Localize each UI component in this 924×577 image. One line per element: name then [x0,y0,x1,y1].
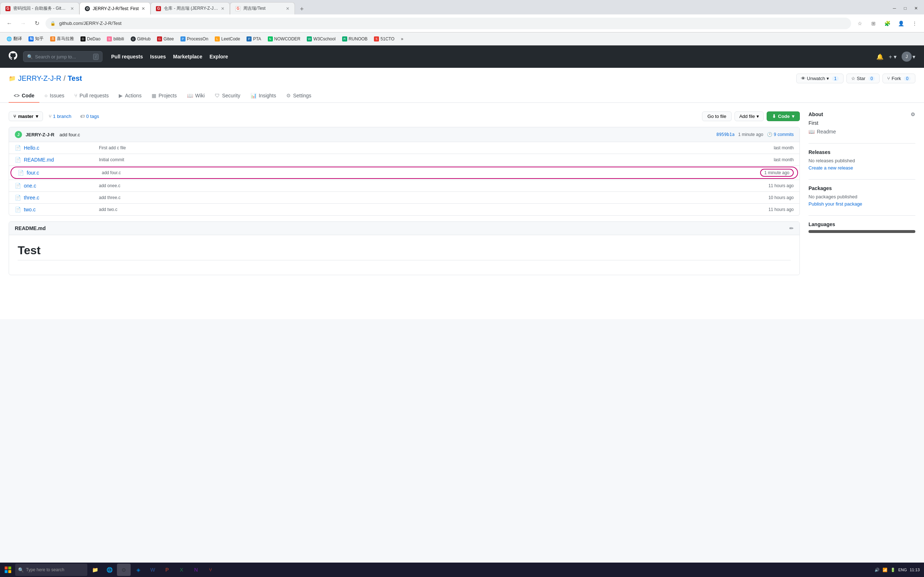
bookmark-zhihu[interactable]: 知 知乎 [26,34,47,43]
file-row-four-c[interactable]: 📄 four.c add four.c 1 minute ago [9,166,800,180]
bookmark-nowcoder[interactable]: N NOWCODER [265,35,304,43]
file-row-readme-md[interactable]: 📄 README.md Initial commit last month [9,154,800,166]
github-logo[interactable] [9,51,17,62]
branch-count-link[interactable]: ⑂ 1 branch [46,112,74,121]
tab-4-close[interactable]: ✕ [286,6,289,11]
about-gear-icon[interactable]: ⚙ [911,111,915,117]
watch-dropdown-icon[interactable]: ▾ [827,76,829,81]
readme-edit-icon[interactable]: ✏ [789,226,794,231]
add-file-button[interactable]: Add file ▾ [735,111,763,121]
branch-count-value: 1 [53,114,56,119]
file-row-two-c[interactable]: 📄 two.c add two.c 11 hours ago [9,204,800,215]
notification-bell[interactable]: 🔔 [876,53,884,60]
bookmark-himalaya[interactable]: 喜 喜马拉雅 [47,34,77,43]
nav-explore[interactable]: Explore [209,54,228,60]
file-row-one-c[interactable]: 📄 one.c add onee.c 11 hours ago [9,180,800,192]
bookmark-w3cschool[interactable]: W W3Cschool [304,35,338,43]
security-tab-icon: 🛡 [215,93,220,98]
more-btn[interactable]: ⋮ [909,18,920,29]
projects-tab-label: Projects [158,93,177,98]
nav-marketplace[interactable]: Marketplace [173,54,202,60]
tab-4[interactable]: G 周吉瑞/Test ✕ [230,2,295,15]
nav-pull-requests[interactable]: Pull requests [111,54,143,60]
star-icon: ☆ [851,76,855,81]
bookmark-pta[interactable]: P PTA [244,35,264,43]
bookmark-btn[interactable]: ☆ [855,18,865,29]
tab-settings[interactable]: ⚙ Settings [281,89,317,103]
file-name-one-c[interactable]: one.c [24,183,96,189]
tab-actions[interactable]: ▶ Actions [114,89,147,103]
tab-1-close[interactable]: ✕ [70,6,74,11]
bookmark-translate[interactable]: 🌐 翻译 [3,34,25,43]
url-display: github.com/JERRY-Z-J-R/Test [59,21,122,26]
commit-history-link[interactable]: 🕐 9 commits [767,132,794,137]
tab-add-button[interactable]: + [296,3,307,15]
file-name-three-c[interactable]: three.c [24,195,96,200]
window-minimize[interactable]: ─ [889,3,900,13]
file-name-two-c[interactable]: two.c [24,206,96,213]
commit-message: add four.c [60,132,80,137]
file-row-three-c[interactable]: 📄 three.c add three.c 10 hours ago [9,192,800,204]
watch-button[interactable]: 👁 Unwatch ▾ 1 [796,74,843,83]
nav-forward[interactable]: → [18,18,28,29]
bookmark-bilibili[interactable]: b bilibili [104,35,127,43]
translate-btn[interactable]: ⊞ [868,18,879,29]
tab-code[interactable]: <> Code [9,89,39,103]
browser-tabs: G 密码找回 - 自助服务 - Gitee.com ✕ ⊙ JERRY-Z-J-… [0,0,924,15]
tags-count-link[interactable]: 🏷 0 tags [77,112,102,121]
address-bar[interactable]: 🔒 github.com/JERRY-Z-J-R/Test [45,18,851,29]
about-description: First [809,120,915,126]
user-avatar[interactable]: J ▾ [901,52,915,62]
file-name-readme-md[interactable]: README.md [24,157,96,163]
tab-1[interactable]: G 密码找回 - 自助服务 - Gitee.com ✕ [0,2,79,15]
branch-icon: ⑂ [13,114,16,119]
create-release-link[interactable]: Create a new release [809,165,853,171]
repo-action-buttons: 👁 Unwatch ▾ 1 ☆ Star 0 ⑂ Fork 0 [796,74,915,83]
nav-back[interactable]: ← [4,18,15,29]
bookmark-51cto[interactable]: 5 51CTO [371,35,397,43]
bookmark-leetcode[interactable]: L LeetCode [212,35,243,43]
window-maximize[interactable]: □ [900,3,910,13]
tab-2-close[interactable]: ✕ [142,6,145,11]
tab-issues[interactable]: ○ Issues [39,89,69,103]
file-name-hello-c[interactable]: Hello.c [24,145,96,151]
repo-name-link[interactable]: Test [68,74,82,82]
bookmarks-more[interactable]: » [398,35,406,43]
tab-pull-requests[interactable]: ⑂ Pull requests [69,89,114,103]
repo-owner-link[interactable]: JERRY-Z-J-R [18,74,61,82]
settings-tab-icon: ⚙ [286,93,291,98]
tab-wiki[interactable]: 📖 Wiki [182,89,210,103]
readme-link[interactable]: 📖 Readme [809,129,915,134]
file-commit-four-c: add four.c [102,170,757,175]
branch-selector[interactable]: ⑂ master ▾ [9,111,43,121]
file-row-hello-c[interactable]: 📄 Hello.c First add c file last month [9,142,800,154]
create-plus[interactable]: + ▾ [888,53,897,60]
tab-3-close[interactable]: ✕ [221,6,225,11]
commit-hash-link[interactable]: 8959b1a [716,132,735,137]
publish-package-link[interactable]: Publish your first package [809,201,862,206]
commit-author[interactable]: JERRY-Z-J-R [26,132,55,137]
bookmark-runoob[interactable]: R RUNOOB [339,35,371,43]
tab-security[interactable]: 🛡 Security [210,89,246,103]
extensions-btn[interactable]: 🧩 [882,18,892,29]
nav-issues[interactable]: Issues [150,54,166,60]
tab-insights[interactable]: 📊 Insights [246,89,281,103]
nav-reload[interactable]: ↻ [32,18,42,29]
goto-file-button[interactable]: Go to file [702,111,732,121]
tab-2[interactable]: ⊙ JERRY-Z-J-R/Test: First ✕ [79,2,150,15]
fork-button[interactable]: ⑂ Fork 0 [882,74,915,83]
star-button[interactable]: ☆ Star 0 [846,74,880,83]
bookmark-processon[interactable]: P ProcessOn [178,35,211,43]
tab-projects[interactable]: ▦ Projects [147,89,182,103]
search-placeholder: Search or jump to... [35,54,91,60]
code-dropdown-button[interactable]: ⬇ Code ▾ [767,111,800,121]
profile-btn[interactable]: 👤 [896,18,906,29]
window-close[interactable]: ✕ [911,3,921,13]
bookmark-gitee[interactable]: G Gitee [154,35,177,43]
branch-name: master [18,114,34,119]
tab-3[interactable]: G 仓库 - 周吉瑞 (JERRY-Z-J-R) - G... ✕ [150,2,230,15]
bookmark-dedao[interactable]: D DeDao [78,35,103,43]
github-search[interactable]: 🔍 Search or jump to... / [23,51,102,62]
file-name-four-c[interactable]: four.c [27,170,99,176]
bookmark-github[interactable]: ⊙ GitHub [128,35,153,43]
